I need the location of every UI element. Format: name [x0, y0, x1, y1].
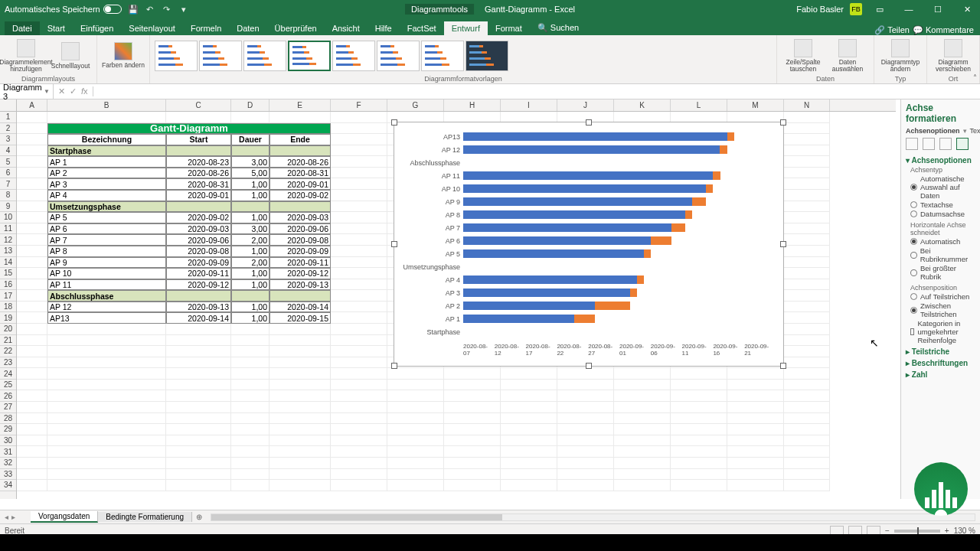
cell[interactable]: 1,00	[231, 178, 270, 190]
cell[interactable]	[727, 402, 784, 413]
cell[interactable]	[501, 380, 557, 391]
cell[interactable]: Start	[166, 134, 231, 145]
cell[interactable]: 2020-08-23	[166, 156, 231, 168]
cell[interactable]: 2020-09-15	[270, 312, 331, 324]
cell[interactable]	[501, 413, 557, 425]
horizontal-scrollbar[interactable]	[211, 514, 975, 521]
cell[interactable]	[231, 469, 270, 481]
cell[interactable]	[387, 390, 444, 402]
tab-review[interactable]: Überprüfen	[267, 21, 325, 35]
cell[interactable]	[17, 469, 47, 481]
cell[interactable]	[17, 368, 47, 380]
cell[interactable]	[331, 458, 387, 469]
cell[interactable]	[17, 190, 47, 201]
cell[interactable]	[614, 458, 671, 469]
cell[interactable]	[671, 435, 727, 447]
fp-opt-h-cat[interactable]: Bei Rubriknummer	[906, 246, 978, 263]
select-all-corner[interactable]	[0, 99, 17, 112]
cell[interactable]	[166, 335, 231, 347]
cell[interactable]	[671, 424, 727, 435]
cell[interactable]	[17, 346, 47, 357]
cell[interactable]	[17, 234, 47, 246]
row-header[interactable]: 4	[0, 145, 16, 157]
cell[interactable]: 5,00	[231, 168, 270, 179]
cell[interactable]	[331, 335, 387, 347]
cell[interactable]	[331, 368, 387, 380]
cell[interactable]	[231, 112, 270, 123]
chart-style-thumb[interactable]	[377, 41, 420, 71]
col-header[interactable]: F	[331, 99, 387, 111]
sheet-tab-2[interactable]: Bedingte Formatierung	[98, 512, 192, 522]
col-header[interactable]: N	[784, 99, 830, 111]
tab-view[interactable]: Ansicht	[325, 21, 368, 35]
cell[interactable]	[17, 480, 47, 491]
cell[interactable]: 2020-09-02	[166, 212, 231, 223]
fp-opt-auto[interactable]: Automatische Auswahl auf Daten	[906, 174, 978, 200]
cell[interactable]	[231, 380, 270, 391]
row-header[interactable]: 21	[0, 335, 16, 347]
cell[interactable]	[270, 480, 331, 491]
row-header[interactable]: 3	[0, 134, 16, 145]
row-header[interactable]: 5	[0, 156, 16, 168]
fp-section-ticks[interactable]: ▸ Teilstriche	[906, 347, 978, 356]
cell[interactable]: AP 3	[47, 178, 166, 190]
cell[interactable]	[47, 346, 166, 357]
comments-button[interactable]: 💬 Kommentare	[913, 25, 974, 35]
cell[interactable]	[784, 168, 830, 179]
cell[interactable]	[784, 156, 830, 168]
row-header[interactable]: 33	[0, 469, 16, 481]
cell[interactable]: 2,00	[231, 257, 270, 269]
cell[interactable]: 2020-09-12	[166, 279, 231, 291]
cell[interactable]	[331, 402, 387, 413]
cell[interactable]	[331, 357, 387, 369]
cell[interactable]: 2020-08-31	[270, 168, 331, 179]
cell[interactable]	[727, 380, 784, 391]
cell[interactable]: AP 1	[47, 156, 166, 168]
phase-cell[interactable]: Umsetzungsphase	[47, 201, 166, 213]
row-header[interactable]: 23	[0, 357, 16, 369]
fx-icon[interactable]: fx	[81, 86, 88, 96]
fp-axis-icon[interactable]	[956, 138, 969, 150]
cell[interactable]	[557, 435, 614, 447]
chart-style-thumb[interactable]	[332, 41, 375, 71]
col-header[interactable]: I	[501, 99, 557, 111]
chart-bar-start[interactable]	[463, 223, 671, 232]
cell[interactable]	[444, 368, 501, 380]
row-header[interactable]: 32	[0, 458, 16, 469]
cell[interactable]: 1,00	[231, 302, 270, 313]
cell[interactable]	[331, 212, 387, 223]
name-box[interactable]: Diagramm 3▼	[0, 83, 54, 101]
cell[interactable]	[444, 435, 501, 447]
chart-bar-duration[interactable]	[706, 184, 713, 193]
cell[interactable]	[614, 469, 671, 481]
cell[interactable]	[331, 112, 387, 123]
cell[interactable]	[270, 446, 331, 458]
chart-bar-duration[interactable]	[630, 289, 637, 297]
cell[interactable]	[47, 469, 166, 481]
cell[interactable]	[614, 413, 671, 425]
save-icon[interactable]: 💾	[128, 4, 139, 15]
redo-icon[interactable]: ↷	[162, 4, 172, 15]
cell[interactable]: 2020-09-03	[166, 223, 231, 235]
cell[interactable]: 2020-09-09	[166, 257, 231, 269]
cell[interactable]: 1,00	[231, 212, 270, 223]
user-avatar[interactable]: FB	[850, 3, 862, 15]
row-header[interactable]: 26	[0, 390, 16, 402]
tab-design[interactable]: Entwurf	[444, 21, 488, 35]
cell[interactable]	[47, 324, 166, 335]
cell[interactable]	[17, 357, 47, 369]
row-header[interactable]: 13	[0, 246, 16, 257]
row-header[interactable]: 29	[0, 424, 16, 435]
row-header[interactable]: 30	[0, 435, 16, 447]
cell[interactable]	[17, 324, 47, 335]
cell[interactable]: AP 9	[47, 257, 166, 269]
maximize-icon[interactable]: ☐	[926, 0, 949, 18]
cell[interactable]	[331, 413, 387, 425]
col-header[interactable]: M	[727, 99, 784, 111]
cell[interactable]	[387, 402, 444, 413]
col-header[interactable]: L	[671, 99, 727, 111]
cell[interactable]	[784, 324, 830, 335]
cell[interactable]: Ende	[270, 134, 331, 145]
cell[interactable]	[784, 178, 830, 190]
cell[interactable]	[47, 390, 166, 402]
